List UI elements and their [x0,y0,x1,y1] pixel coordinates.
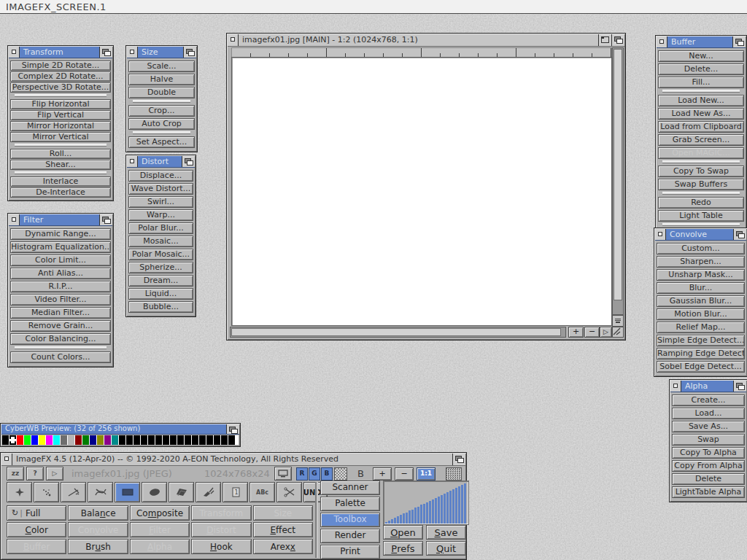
close-gadget[interactable] [228,34,239,46]
depth-gadget[interactable] [183,47,196,58]
video-filter-button[interactable]: Video Filter... [10,294,111,306]
palette-swatch-5[interactable] [39,435,45,445]
palette-swatch-7[interactable] [53,435,60,445]
depth-gadget[interactable] [226,424,239,434]
warp-button[interactable]: Warp... [128,209,193,221]
palette-swatch-23[interactable] [170,435,177,445]
palette-swatch-25[interactable] [185,435,191,445]
load-new-button[interactable]: Load New... [658,95,744,106]
flip-horizontal-button[interactable]: Flip Horizontal [10,99,111,109]
palette-swatch-10[interactable] [75,435,82,445]
sharpen-button[interactable]: Sharpen... [657,256,745,268]
dream-button[interactable]: Dream... [128,275,193,287]
auto-crop-button[interactable]: Auto Crop [128,118,195,130]
dynamic-range-button[interactable]: Dynamic Range... [10,228,111,240]
count-colors-button[interactable]: Count Colors... [10,351,111,363]
help-button[interactable]: ? [26,467,44,481]
simple-2d-rotate-button[interactable]: Simple 2D Rotate... [10,61,111,71]
transform-button[interactable]: Transform [191,505,251,521]
horizontal-scrollbar-thumb[interactable] [231,328,561,336]
halve-button[interactable]: Halve [128,74,195,85]
zoom-out-button[interactable]: − [584,327,600,338]
line-tool-button[interactable] [61,482,86,502]
palette-swatch-16[interactable] [119,435,125,445]
palette-swatch-6[interactable] [46,435,53,445]
palette-swatch-13[interactable] [97,435,104,445]
prefs-button[interactable]: Prefs [383,541,423,556]
dither-swatch[interactable] [334,467,347,481]
palette-swatch-28[interactable] [206,435,213,445]
balance-button[interactable]: Balance [68,505,128,521]
buffer-title-bar[interactable]: Buffer [657,36,746,48]
size-title-bar[interactable]: Size [127,47,196,58]
palette-swatch-2[interactable] [17,435,23,445]
polar-blur-button[interactable]: Polar Blur... [128,222,193,234]
copy-from-alpha-button[interactable]: Copy From Alpha [672,460,745,472]
double-button[interactable]: Double [128,87,195,98]
create-button[interactable]: Create... [672,394,745,406]
save-as-button[interactable]: Save As... [672,421,745,432]
filter-title-bar[interactable]: Filter [9,214,112,226]
open-button[interactable]: Open [383,525,423,540]
swap-buffers-button[interactable]: Swap Buffers [658,179,744,190]
close-gadget[interactable] [1,454,12,465]
color-balancing-button[interactable]: Color Balancing... [10,333,111,345]
scale-button[interactable]: Scale... [128,61,195,72]
sleep-button[interactable]: zz [7,467,24,481]
print-button[interactable]: Print [320,545,380,559]
image-window-title-bar[interactable]: imagefx01.jpg [MAIN] - 1:2 (1024x768, 1:… [228,34,624,47]
palette-swatch-11[interactable] [82,435,89,445]
roll-button[interactable]: Roll... [10,149,111,159]
palette-swatch-8[interactable] [61,435,67,445]
palette-swatch-14[interactable] [104,435,111,445]
depth-gadget[interactable] [452,454,465,465]
screen-title-bar[interactable]: IMAGEFX_SCREEN.1 [0,0,747,14]
palette-swatch-17[interactable] [126,435,133,445]
close-gadget[interactable] [9,47,20,58]
hook-button[interactable]: Hook [191,539,251,554]
vertical-scrollbar-thumb[interactable] [614,49,622,300]
image-canvas[interactable] [231,57,612,326]
unsharp-mask-button[interactable]: Unsharp Mask... [657,269,745,281]
toolbox-button[interactable]: Toolbox [320,513,380,527]
close-gadget[interactable] [670,381,681,392]
lighttable-alpha-button[interactable]: LightTable Alpha [672,486,745,498]
motion-blur-button[interactable]: Motion Blur... [657,308,745,320]
sobel-edge-detect-button[interactable]: Sobel Edge Detect... [657,361,745,373]
vertical-scrollbar[interactable] [612,47,624,315]
filter-button[interactable]: Filter [130,522,190,537]
depth-gadget[interactable] [99,214,112,225]
palette-swatch-27[interactable] [199,435,206,445]
remove-grain-button[interactable]: Remove Grain... [10,320,111,332]
alpha-title-bar[interactable]: Alpha [670,381,746,392]
new-button[interactable]: New... [658,50,744,62]
palette-button[interactable]: Palette [320,497,380,511]
alpha-button[interactable]: Alpha [130,539,190,554]
load-button[interactable]: Load... [672,408,745,419]
swap-button[interactable]: Swap [672,434,745,446]
anti-alias-button[interactable]: Anti Alias... [10,268,111,279]
complex-2d-rotate-button[interactable]: Complex 2D Rotate... [10,71,111,82]
shear-button[interactable]: Shear... [10,160,111,170]
r-channel-toggle[interactable]: R [296,467,308,481]
depth-gadget[interactable] [182,156,195,167]
text-tool-button[interactable]: ABc [249,482,275,502]
b-channel-toggle[interactable]: B [321,467,333,481]
depth-gadget[interactable] [732,36,746,47]
load-from-clipboard-button[interactable]: Load from Clipboard [658,121,744,133]
delete-button[interactable]: Delete [672,473,745,485]
de-interlace-button[interactable]: De-Interlace [10,187,111,198]
palette-swatch-24[interactable] [177,435,184,445]
palette-swatch-29[interactable] [214,435,220,445]
bubble-button[interactable]: Bubble... [128,301,193,313]
palette-swatch-21[interactable] [155,435,162,445]
r-i-p-button[interactable]: R.I.P... [10,281,111,292]
toolbox-title-bar[interactable]: ImageFX 4.5 (12-Apr-20) -- © 1992-2020 A… [1,454,465,466]
mirror-vertical-button[interactable]: Mirror Vertical [10,132,111,142]
palette-swatch-26[interactable] [192,435,198,445]
curve-tool-button[interactable] [88,482,113,502]
copy-to-swap-button[interactable]: Copy To Swap [658,166,744,177]
distort-title-bar[interactable]: Distort [127,156,195,168]
palette-swatch-9[interactable] [68,435,74,445]
depth-gadget[interactable] [99,47,112,58]
